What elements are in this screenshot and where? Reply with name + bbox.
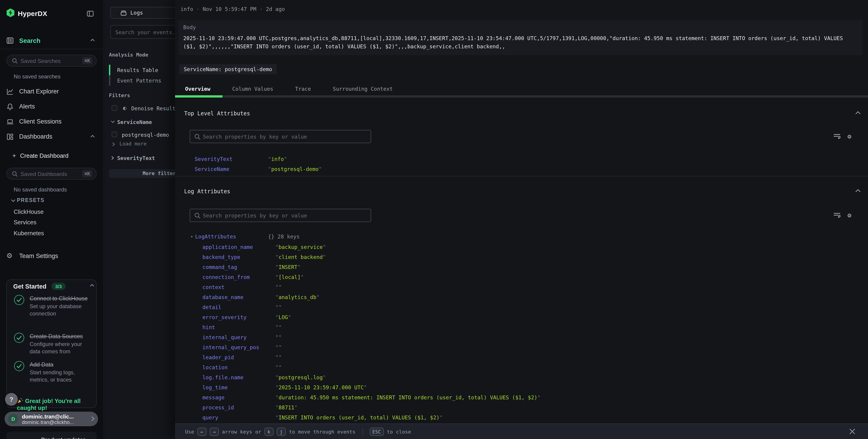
attribute-row[interactable]: application_name"backup_service"	[175, 242, 859, 252]
attribute-row[interactable]: hint""	[175, 322, 859, 332]
attribute-key[interactable]: database_name	[203, 292, 243, 302]
user-menu[interactable]: D dominic.tran@clic... dominic.tran@clic…	[5, 412, 98, 426]
attribute-key[interactable]: internal_query_pos	[203, 342, 259, 352]
attribute-value[interactable]: "backup_service"	[275, 242, 326, 252]
attribute-row[interactable]: log_time"2025-11-10 23:59:47.000 UTC"	[175, 382, 859, 393]
load-more-link[interactable]: Load more	[119, 141, 147, 147]
attribute-value[interactable]: "analytics_db"	[275, 292, 319, 302]
attribute-value[interactable]: ""	[275, 342, 282, 352]
attribute-key[interactable]: SeverityText	[195, 154, 232, 164]
esc-key[interactable]: ESC	[370, 428, 383, 436]
attribute-value[interactable]: "client backend"	[275, 252, 326, 262]
wrap-lines-icon[interactable]	[833, 133, 841, 140]
help-button[interactable]: ?	[5, 393, 18, 406]
attribute-key[interactable]: message	[203, 393, 224, 403]
postgresql-demo-checkbox[interactable]	[112, 132, 117, 137]
attribute-value[interactable]: ""	[275, 352, 282, 363]
denoise-checkbox[interactable]	[112, 105, 117, 111]
collapse-sidebar-icon[interactable]	[87, 10, 94, 17]
arrow-left-key[interactable]: ←	[197, 428, 207, 436]
attribute-value[interactable]: "postgresql-demo"	[268, 164, 321, 174]
attribute-key[interactable]: hint	[203, 322, 215, 332]
filter-value-postgresql-demo[interactable]: postgresql-demo	[122, 132, 169, 138]
tab-trace[interactable]: Trace	[295, 86, 311, 95]
wrap-lines-icon[interactable]	[833, 212, 841, 219]
attribute-key[interactable]: log_time	[203, 382, 228, 393]
source-select[interactable]: Logs	[110, 7, 175, 19]
log-attributes-search-input[interactable]: Search properties by key or value	[190, 209, 371, 222]
collapse-section-icon[interactable]	[855, 189, 861, 192]
attribute-key[interactable]: LogAttributes	[195, 231, 236, 242]
attribute-row[interactable]: ServiceName"postgresql-demo"	[175, 164, 859, 174]
attribute-key[interactable]: error_severity	[203, 312, 247, 322]
sidebar-item-alerts[interactable]: Alerts	[0, 101, 104, 112]
service-tag[interactable]: ServiceName: postgresql-demo	[179, 64, 277, 74]
tab-surrounding-context[interactable]: Surrounding Context	[333, 86, 393, 95]
attribute-key[interactable]: internal_query	[203, 332, 247, 342]
chevron-right-icon[interactable]	[111, 156, 114, 160]
attribute-row[interactable]: process_id"88711"	[175, 403, 859, 413]
attribute-row[interactable]: message"duration: 45.950 ms statement: I…	[175, 393, 859, 403]
attribute-value[interactable]: "postgresql.log"	[275, 372, 326, 382]
attribute-key[interactable]: command_tag	[203, 262, 237, 272]
filter-group-servicename[interactable]: ServiceName	[117, 119, 152, 125]
attribute-row[interactable]: context""	[175, 282, 859, 292]
k-key[interactable]: k	[265, 428, 274, 436]
attribute-row[interactable]: internal_query_pos""	[175, 342, 859, 352]
logattributes-parent-row[interactable]: ▾ LogAttributes {} 28 keys	[175, 231, 859, 242]
sidebar-item-search[interactable]: Search	[0, 35, 104, 46]
attribute-value[interactable]: "88711"	[275, 403, 298, 413]
attribute-value[interactable]: "INSERT"	[275, 262, 301, 272]
attribute-row[interactable]: detail""	[175, 302, 859, 312]
attribute-value[interactable]: ""	[275, 332, 282, 342]
denoise-label[interactable]: Denoise Results	[131, 105, 175, 112]
sidebar-item-team-settings[interactable]: ⚙ Team Settings	[0, 251, 104, 262]
attribute-value[interactable]: "duration: 45.950 ms statement: INSERT I…	[275, 393, 540, 403]
mode-results-table[interactable]: Results Table	[117, 67, 158, 73]
tab-column-values[interactable]: Column Values	[232, 86, 273, 95]
chevron-up-icon[interactable]	[90, 39, 95, 41]
attribute-value[interactable]: ""	[275, 322, 282, 332]
event-search-input[interactable]: Search your events...	[110, 25, 175, 39]
j-key[interactable]: j	[277, 428, 286, 436]
tab-overview[interactable]: Overview	[185, 86, 210, 95]
attribute-key[interactable]: leader_pid	[203, 352, 234, 363]
attribute-row[interactable]: backend_type"client backend"	[175, 252, 859, 262]
attribute-key[interactable]: ServiceName	[195, 164, 229, 174]
sidebar-item-kubernetes[interactable]: Kubernetes	[14, 230, 91, 237]
saved-searches-input[interactable]: Saved Searches ⌘K	[6, 55, 97, 67]
body-text[interactable]: 2025-11-10 23:59:47.000 UTC,postgres,ana…	[183, 35, 857, 51]
attribute-key[interactable]: detail	[203, 302, 221, 312]
attribute-row[interactable]: internal_query""	[175, 332, 859, 342]
sidebar-item-chart-explorer[interactable]: Chart Explorer	[0, 86, 104, 97]
more-filters-button[interactable]: More filters	[109, 169, 175, 178]
sidebar-item-client-sessions[interactable]: Client Sessions	[0, 116, 104, 127]
attribute-row[interactable]: error_severity"LOG"	[175, 312, 859, 322]
attribute-key[interactable]: context	[203, 282, 224, 292]
attribute-value[interactable]: "INSERT INTO orders (user_id, total) VAL…	[275, 413, 443, 422]
triangle-down-icon[interactable]: ▾	[191, 231, 193, 242]
attribute-key[interactable]: process_id	[203, 403, 234, 413]
attribute-row[interactable]: location""	[175, 363, 859, 372]
attribute-value[interactable]: ""	[275, 363, 282, 372]
chevron-right-icon[interactable]	[112, 142, 115, 146]
chevron-up-icon[interactable]	[90, 135, 95, 138]
attribute-value[interactable]: ""	[275, 302, 282, 312]
attribute-key[interactable]: application_name	[203, 242, 253, 252]
attribute-row[interactable]: SeverityText"info"	[175, 154, 859, 164]
collapse-section-icon[interactable]	[855, 111, 861, 115]
gear-icon[interactable]: ⚙	[847, 212, 851, 219]
attribute-row[interactable]: connection_from"[local]"	[175, 272, 859, 282]
chevron-down-icon[interactable]	[111, 120, 115, 123]
top-level-search-input[interactable]: Search properties by key or value	[190, 130, 371, 143]
arrow-right-key[interactable]: →	[210, 428, 219, 436]
create-dashboard-button[interactable]: + Create Dashboard	[0, 151, 104, 160]
attribute-key[interactable]: connection_from	[203, 272, 250, 282]
attribute-key[interactable]: backend_type	[203, 252, 240, 262]
attribute-row[interactable]: query"INSERT INTO orders (user_id, total…	[175, 413, 859, 422]
attribute-key[interactable]: log.file.name	[203, 372, 243, 382]
filter-group-severitytext[interactable]: SeverityText	[117, 155, 155, 161]
sidebar-item-dashboards[interactable]: Dashboards	[0, 131, 104, 142]
get-started-header[interactable]: Get Started 3/3	[13, 283, 91, 291]
attribute-row[interactable]: leader_pid""	[175, 352, 859, 363]
